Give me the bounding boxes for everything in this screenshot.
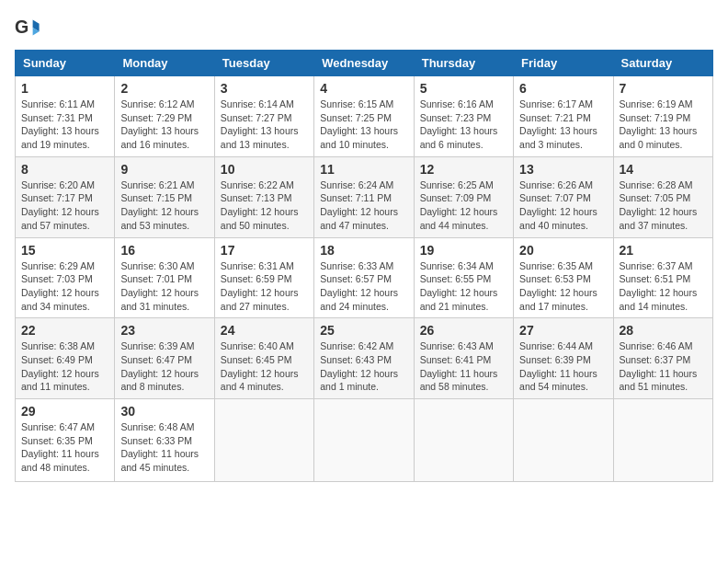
calendar-cell: 22Sunrise: 6:38 AMSunset: 6:49 PMDayligh… bbox=[16, 318, 115, 399]
calendar-cell: 19Sunrise: 6:34 AMSunset: 6:55 PMDayligh… bbox=[414, 237, 513, 318]
calendar-cell: 10Sunrise: 6:22 AMSunset: 7:13 PMDayligh… bbox=[214, 156, 313, 237]
day-number: 6 bbox=[519, 81, 607, 96]
calendar-cell bbox=[214, 399, 313, 482]
day-number: 23 bbox=[120, 323, 208, 338]
calendar-table: SundayMondayTuesdayWednesdayThursdayFrid… bbox=[15, 50, 713, 482]
day-info: Sunrise: 6:33 AMSunset: 6:57 PMDaylight:… bbox=[320, 259, 407, 314]
day-number: 10 bbox=[221, 162, 308, 177]
day-number: 29 bbox=[21, 404, 108, 419]
calendar-cell bbox=[314, 399, 414, 482]
calendar-cell: 20Sunrise: 6:35 AMSunset: 6:53 PMDayligh… bbox=[514, 237, 613, 318]
day-info: Sunrise: 6:29 AMSunset: 7:03 PMDaylight:… bbox=[21, 259, 108, 314]
day-info: Sunrise: 6:28 AMSunset: 7:05 PMDaylight:… bbox=[620, 178, 707, 233]
weekday-header-row: SundayMondayTuesdayWednesdayThursdayFrid… bbox=[16, 51, 713, 76]
day-number: 2 bbox=[120, 81, 208, 96]
day-number: 17 bbox=[221, 243, 308, 258]
calendar-cell: 7Sunrise: 6:19 AMSunset: 7:19 PMDaylight… bbox=[613, 76, 712, 157]
calendar-cell: 27Sunrise: 6:44 AMSunset: 6:39 PMDayligh… bbox=[514, 318, 613, 399]
day-number: 28 bbox=[620, 323, 707, 338]
calendar-cell: 17Sunrise: 6:31 AMSunset: 6:59 PMDayligh… bbox=[214, 237, 313, 318]
calendar-cell: 2Sunrise: 6:12 AMSunset: 7:29 PMDaylight… bbox=[115, 76, 214, 157]
weekday-header-sunday: Sunday bbox=[16, 51, 115, 76]
day-info: Sunrise: 6:34 AMSunset: 6:55 PMDaylight:… bbox=[420, 259, 507, 314]
week-row-1: 1Sunrise: 6:11 AMSunset: 7:31 PMDaylight… bbox=[16, 76, 713, 157]
day-number: 1 bbox=[21, 81, 108, 96]
day-info: Sunrise: 6:17 AMSunset: 7:21 PMDaylight:… bbox=[519, 98, 607, 152]
day-number: 19 bbox=[420, 243, 507, 258]
week-row-2: 8Sunrise: 6:20 AMSunset: 7:17 PMDaylight… bbox=[16, 156, 713, 237]
svg-text:G: G bbox=[15, 17, 28, 37]
day-number: 30 bbox=[120, 404, 208, 419]
calendar-cell: 14Sunrise: 6:28 AMSunset: 7:05 PMDayligh… bbox=[613, 156, 712, 237]
weekday-header-wednesday: Wednesday bbox=[314, 51, 414, 76]
calendar-cell: 30Sunrise: 6:48 AMSunset: 6:33 PMDayligh… bbox=[115, 399, 214, 482]
day-info: Sunrise: 6:35 AMSunset: 6:53 PMDaylight:… bbox=[519, 259, 607, 314]
day-info: Sunrise: 6:37 AMSunset: 6:51 PMDaylight:… bbox=[620, 259, 707, 314]
calendar-cell: 1Sunrise: 6:11 AMSunset: 7:31 PMDaylight… bbox=[16, 76, 115, 157]
calendar-cell: 28Sunrise: 6:46 AMSunset: 6:37 PMDayligh… bbox=[613, 318, 712, 399]
day-number: 24 bbox=[221, 323, 308, 338]
day-info: Sunrise: 6:20 AMSunset: 7:17 PMDaylight:… bbox=[21, 178, 108, 233]
calendar-cell: 6Sunrise: 6:17 AMSunset: 7:21 PMDaylight… bbox=[514, 76, 613, 157]
day-info: Sunrise: 6:47 AMSunset: 6:35 PMDaylight:… bbox=[21, 420, 108, 475]
day-number: 13 bbox=[519, 162, 607, 177]
day-info: Sunrise: 6:21 AMSunset: 7:15 PMDaylight:… bbox=[120, 178, 208, 233]
day-number: 12 bbox=[420, 162, 507, 177]
day-info: Sunrise: 6:31 AMSunset: 6:59 PMDaylight:… bbox=[221, 259, 308, 314]
day-number: 14 bbox=[620, 162, 707, 177]
calendar-cell bbox=[414, 399, 513, 482]
day-info: Sunrise: 6:46 AMSunset: 6:37 PMDaylight:… bbox=[620, 339, 707, 394]
weekday-header-tuesday: Tuesday bbox=[214, 51, 313, 76]
calendar-cell: 24Sunrise: 6:40 AMSunset: 6:45 PMDayligh… bbox=[214, 318, 313, 399]
calendar-cell: 25Sunrise: 6:42 AMSunset: 6:43 PMDayligh… bbox=[314, 318, 414, 399]
calendar-cell: 9Sunrise: 6:21 AMSunset: 7:15 PMDaylight… bbox=[115, 156, 214, 237]
calendar-cell: 3Sunrise: 6:14 AMSunset: 7:27 PMDaylight… bbox=[214, 76, 313, 157]
calendar-cell: 5Sunrise: 6:16 AMSunset: 7:23 PMDaylight… bbox=[414, 76, 513, 157]
calendar-cell: 29Sunrise: 6:47 AMSunset: 6:35 PMDayligh… bbox=[16, 399, 115, 482]
day-number: 16 bbox=[120, 243, 208, 258]
day-info: Sunrise: 6:48 AMSunset: 6:33 PMDaylight:… bbox=[120, 420, 208, 475]
calendar-cell bbox=[514, 399, 613, 482]
day-number: 5 bbox=[420, 81, 507, 96]
day-info: Sunrise: 6:24 AMSunset: 7:11 PMDaylight:… bbox=[320, 178, 407, 233]
day-number: 9 bbox=[120, 162, 208, 177]
day-number: 7 bbox=[620, 81, 707, 96]
calendar-cell bbox=[613, 399, 712, 482]
day-info: Sunrise: 6:42 AMSunset: 6:43 PMDaylight:… bbox=[320, 339, 407, 394]
week-row-5: 29Sunrise: 6:47 AMSunset: 6:35 PMDayligh… bbox=[16, 399, 713, 482]
calendar-cell: 26Sunrise: 6:43 AMSunset: 6:41 PMDayligh… bbox=[414, 318, 513, 399]
day-number: 8 bbox=[21, 162, 108, 177]
weekday-header-thursday: Thursday bbox=[414, 51, 513, 76]
calendar-cell: 12Sunrise: 6:25 AMSunset: 7:09 PMDayligh… bbox=[414, 156, 513, 237]
day-info: Sunrise: 6:19 AMSunset: 7:19 PMDaylight:… bbox=[620, 98, 707, 152]
calendar-cell: 18Sunrise: 6:33 AMSunset: 6:57 PMDayligh… bbox=[314, 237, 414, 318]
calendar-cell: 11Sunrise: 6:24 AMSunset: 7:11 PMDayligh… bbox=[314, 156, 414, 237]
day-info: Sunrise: 6:26 AMSunset: 7:07 PMDaylight:… bbox=[519, 178, 607, 233]
calendar-cell: 16Sunrise: 6:30 AMSunset: 7:01 PMDayligh… bbox=[115, 237, 214, 318]
day-number: 4 bbox=[320, 81, 407, 96]
day-info: Sunrise: 6:30 AMSunset: 7:01 PMDaylight:… bbox=[120, 259, 208, 314]
calendar-cell: 4Sunrise: 6:15 AMSunset: 7:25 PMDaylight… bbox=[314, 76, 414, 157]
day-number: 26 bbox=[420, 323, 507, 338]
logo: G bbox=[15, 15, 44, 40]
logo-icon: G bbox=[15, 15, 40, 40]
day-info: Sunrise: 6:39 AMSunset: 6:47 PMDaylight:… bbox=[120, 339, 208, 394]
day-info: Sunrise: 6:40 AMSunset: 6:45 PMDaylight:… bbox=[221, 339, 308, 394]
page-header: G bbox=[15, 15, 713, 40]
day-info: Sunrise: 6:43 AMSunset: 6:41 PMDaylight:… bbox=[420, 339, 507, 394]
calendar-cell: 8Sunrise: 6:20 AMSunset: 7:17 PMDaylight… bbox=[16, 156, 115, 237]
calendar-cell: 15Sunrise: 6:29 AMSunset: 7:03 PMDayligh… bbox=[16, 237, 115, 318]
calendar-cell: 23Sunrise: 6:39 AMSunset: 6:47 PMDayligh… bbox=[115, 318, 214, 399]
day-info: Sunrise: 6:12 AMSunset: 7:29 PMDaylight:… bbox=[120, 98, 208, 152]
day-info: Sunrise: 6:25 AMSunset: 7:09 PMDaylight:… bbox=[420, 178, 507, 233]
day-number: 21 bbox=[620, 243, 707, 258]
week-row-3: 15Sunrise: 6:29 AMSunset: 7:03 PMDayligh… bbox=[16, 237, 713, 318]
day-number: 27 bbox=[519, 323, 607, 338]
day-number: 15 bbox=[21, 243, 108, 258]
day-info: Sunrise: 6:22 AMSunset: 7:13 PMDaylight:… bbox=[221, 178, 308, 233]
week-row-4: 22Sunrise: 6:38 AMSunset: 6:49 PMDayligh… bbox=[16, 318, 713, 399]
calendar-cell: 21Sunrise: 6:37 AMSunset: 6:51 PMDayligh… bbox=[613, 237, 712, 318]
calendar-cell: 13Sunrise: 6:26 AMSunset: 7:07 PMDayligh… bbox=[514, 156, 613, 237]
day-info: Sunrise: 6:15 AMSunset: 7:25 PMDaylight:… bbox=[320, 98, 407, 152]
day-info: Sunrise: 6:38 AMSunset: 6:49 PMDaylight:… bbox=[21, 339, 108, 394]
